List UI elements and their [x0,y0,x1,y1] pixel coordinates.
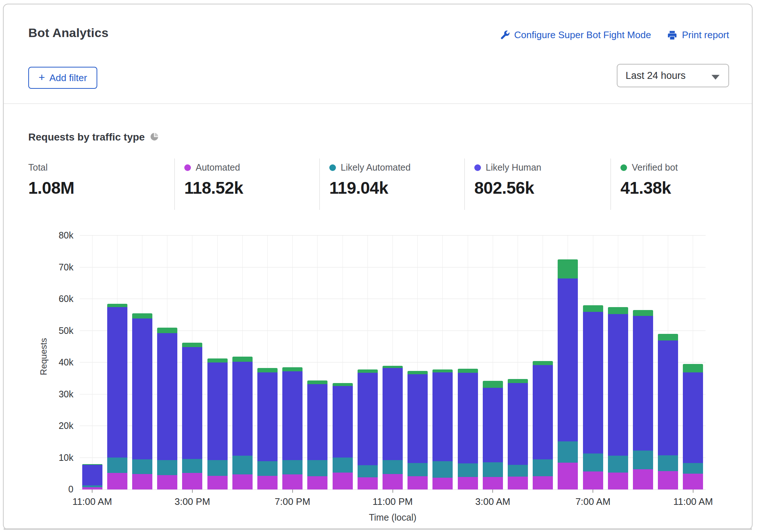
add-filter-button[interactable]: + Add filter [28,67,97,89]
bar-segment-likely-automated[interactable] [408,463,428,476]
bar-1-00-pm[interactable] [132,313,152,489]
bar-segment-likely-automated[interactable] [207,460,228,475]
bar-segment-verified-bot[interactable] [608,307,628,314]
bar-10-00-pm[interactable] [358,369,378,489]
bar-segment-verified-bot[interactable] [232,357,253,362]
bar-segment-likely-human[interactable] [207,362,228,460]
bar-segment-verified-bot[interactable] [358,369,378,373]
bar-segment-likely-human[interactable] [107,307,127,458]
bar-11-00-pm[interactable] [383,366,403,489]
bar-segment-likely-automated[interactable] [307,460,327,476]
bar-segment-likely-automated[interactable] [257,461,278,476]
bar-segment-likely-automated[interactable] [383,460,403,474]
bar-segment-likely-automated[interactable] [157,460,177,475]
bar-segment-likely-human[interactable] [508,383,528,464]
bar-segment-likely-automated[interactable] [107,458,127,473]
bar-segment-automated[interactable] [333,473,353,489]
bar-segment-likely-human[interactable] [82,465,102,485]
bar-segment-likely-automated[interactable] [333,458,353,473]
bar-segment-automated[interactable] [658,471,678,489]
configure-super-bot-fight-mode-link[interactable]: Configure Super Bot Fight Mode [500,29,651,41]
bar-2-00-pm[interactable] [157,328,177,489]
bar-segment-likely-human[interactable] [257,372,278,461]
bar-segment-likely-automated[interactable] [432,461,453,478]
bar-segment-automated[interactable] [257,476,278,489]
bar-segment-automated[interactable] [608,473,628,489]
bar-segment-likely-human[interactable] [383,368,403,460]
bar-segment-automated[interactable] [157,475,177,489]
bar-segment-likely-human[interactable] [358,373,378,466]
bar-segment-verified-bot[interactable] [107,304,127,307]
bar-segment-verified-bot[interactable] [207,358,228,362]
bar-10-00-am[interactable] [658,334,678,489]
bar-segment-automated[interactable] [383,474,403,489]
bar-segment-automated[interactable] [432,478,453,489]
bar-segment-likely-automated[interactable] [182,459,202,473]
bar-segment-likely-automated[interactable] [232,456,253,474]
bar-segment-likely-human[interactable] [282,371,303,460]
bar-segment-likely-automated[interactable] [583,453,603,471]
bar-segment-likely-human[interactable] [658,340,678,455]
bar-segment-automated[interactable] [483,477,503,489]
bar-8-00-am[interactable] [608,307,628,489]
bar-2-00-am[interactable] [458,369,478,489]
bar-11-00-am[interactable] [82,464,102,489]
bar-segment-likely-human[interactable] [533,365,553,459]
print-report-link[interactable]: Print report [667,29,729,41]
bar-segment-automated[interactable] [508,477,528,489]
bar-segment-likely-automated[interactable] [658,455,678,471]
bar-segment-automated[interactable] [282,474,303,489]
bar-segment-automated[interactable] [182,473,202,489]
bar-segment-verified-bot[interactable] [132,313,152,318]
bar-segment-automated[interactable] [633,469,653,489]
bar-segment-verified-bot[interactable] [533,361,553,365]
bar-segment-automated[interactable] [232,474,253,489]
bar-segment-automated[interactable] [107,473,127,489]
bar-segment-verified-bot[interactable] [483,381,503,388]
bar-segment-automated[interactable] [307,476,327,489]
bar-segment-likely-human[interactable] [232,362,253,456]
bar-segment-likely-automated[interactable] [533,459,553,476]
bar-segment-verified-bot[interactable] [157,328,177,334]
bar-6-00-pm[interactable] [257,368,278,489]
bar-segment-likely-automated[interactable] [608,456,628,473]
bar-segment-likely-human[interactable] [157,333,177,460]
bar-segment-automated[interactable] [207,476,228,489]
bar-segment-likely-human[interactable] [432,372,453,461]
bar-segment-likely-human[interactable] [683,372,703,463]
bar-segment-automated[interactable] [408,476,428,489]
bar-segment-likely-automated[interactable] [683,463,703,474]
bar-segment-verified-bot[interactable] [458,369,478,372]
bar-4-00-am[interactable] [508,379,528,489]
bar-segment-likely-automated[interactable] [633,451,653,469]
bar-3-00-pm[interactable] [182,343,202,489]
bar-segment-likely-automated[interactable] [558,441,578,463]
bar-segment-automated[interactable] [458,477,478,489]
bar-5-00-pm[interactable] [232,357,253,489]
bar-segment-likely-human[interactable] [333,386,353,458]
bar-segment-verified-bot[interactable] [558,259,578,278]
bar-segment-automated[interactable] [132,474,152,489]
bar-9-00-am[interactable] [633,310,653,489]
bar-segment-likely-human[interactable] [458,373,478,463]
bar-segment-likely-automated[interactable] [458,463,478,477]
bar-segment-likely-human[interactable] [633,316,653,451]
bar-segment-verified-bot[interactable] [182,343,202,347]
bar-segment-verified-bot[interactable] [583,305,603,311]
bar-segment-verified-bot[interactable] [508,379,528,383]
bar-segment-likely-human[interactable] [483,388,503,462]
bar-11-00-am[interactable] [683,364,703,489]
bar-1-00-am[interactable] [432,369,453,489]
bar-segment-likely-human[interactable] [583,312,603,454]
bar-segment-verified-bot[interactable] [333,383,353,386]
bar-segment-automated[interactable] [683,474,703,489]
bar-segment-likely-automated[interactable] [508,465,528,477]
bar-segment-likely-human[interactable] [132,318,152,459]
bar-segment-verified-bot[interactable] [408,371,428,374]
bar-segment-likely-automated[interactable] [282,460,303,474]
bar-segment-likely-human[interactable] [608,314,628,456]
bar-segment-automated[interactable] [533,476,553,489]
bar-segment-verified-bot[interactable] [633,310,653,316]
bar-4-00-pm[interactable] [207,358,228,489]
bar-segment-verified-bot[interactable] [432,369,453,372]
